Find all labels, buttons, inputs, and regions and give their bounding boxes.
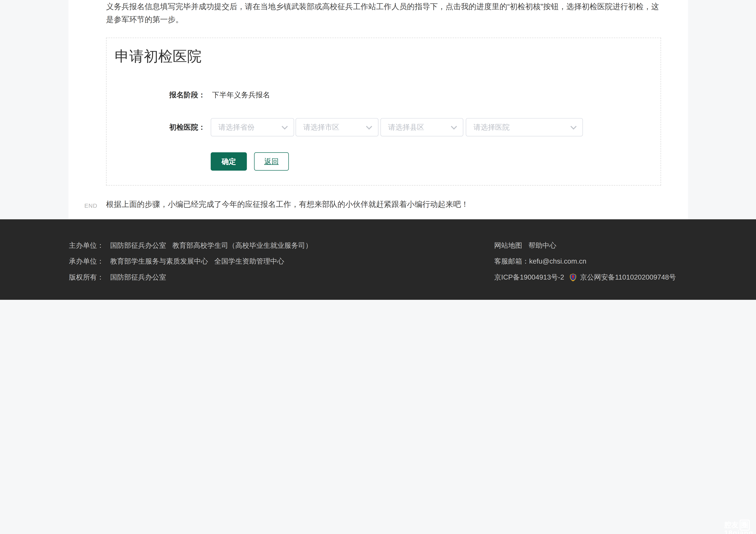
- stage-value: 下半年义务兵报名: [212, 89, 270, 101]
- watermark: 腔友圈 18qiang.com: [724, 520, 756, 534]
- county-select-placeholder: 请选择县区: [388, 119, 424, 136]
- icp-link[interactable]: 京ICP备19004913号-2: [494, 273, 564, 281]
- chevron-down-icon: [571, 123, 577, 130]
- page-viewport: 义务兵报名信息填写完毕并成功提交后，请在当地乡镇武装部或高校征兵工作站工作人员的…: [0, 0, 756, 534]
- chevron-down-icon: [282, 123, 288, 130]
- province-select[interactable]: 请选择省份: [211, 118, 294, 136]
- closing-paragraph: 根据上面的步骤，小编已经完成了今年的应征报名工作，有想来部队的小伙伴就赶紧跟着小…: [106, 198, 663, 211]
- footer-left-column: 主办单位：国防部征兵办公室教育部高校学生司（高校毕业生就业服务司） 承办单位：教…: [69, 238, 312, 285]
- host-org-2: 教育部高校学生司（高校毕业生就业服务司）: [173, 242, 312, 249]
- card-title: 申请初检医院: [115, 47, 202, 67]
- footer-host-line: 主办单位：国防部征兵办公室教育部高校学生司（高校毕业生就业服务司）: [69, 238, 312, 254]
- copyright-org: 国防部征兵办公室: [110, 273, 166, 281]
- email-link[interactable]: kefu@chsi.com.cn: [529, 257, 586, 265]
- article-content-area: 义务兵报名信息填写完毕并成功提交后，请在当地乡镇武装部或高校征兵工作站工作人员的…: [68, 0, 688, 219]
- sitemap-link[interactable]: 网站地图: [494, 242, 522, 249]
- site-footer: 主办单位：国防部征兵办公室教育部高校学生司（高校毕业生就业服务司） 承办单位：教…: [0, 219, 756, 300]
- footer-icp-line: 京ICP备19004913号-2京公网安备11010202009748号: [494, 270, 676, 285]
- help-center-link[interactable]: 帮助中心: [528, 242, 556, 249]
- email-label: 客服邮箱：: [494, 257, 529, 265]
- stage-label: 报名阶段：: [169, 89, 205, 101]
- hospital-label: 初检医院：: [169, 118, 205, 136]
- end-marker: END: [84, 202, 97, 209]
- watermark-text-1: 腔友: [724, 521, 739, 529]
- hospital-select[interactable]: 请选择医院: [466, 118, 583, 136]
- province-select-placeholder: 请选择省份: [218, 119, 255, 136]
- organizer-org-1: 教育部学生服务与素质发展中心: [110, 257, 208, 265]
- footer-links-line: 网站地图帮助中心: [494, 238, 676, 254]
- hospital-application-card: 申请初检医院 报名阶段： 下半年义务兵报名 初检医院： 请选择省份 请选择市区 …: [106, 38, 661, 185]
- back-button[interactable]: 返回: [254, 152, 289, 171]
- city-select-placeholder: 请选择市区: [303, 119, 339, 136]
- organizer-org-2: 全国学生资助管理中心: [214, 257, 284, 265]
- host-label: 主办单位：: [69, 242, 104, 249]
- chevron-down-icon: [451, 123, 457, 130]
- watermark-line1: 腔友圈: [724, 520, 756, 528]
- footer-copyright-line: 版权所有：国防部征兵办公室: [69, 270, 312, 285]
- county-select[interactable]: 请选择县区: [380, 118, 463, 136]
- footer-email-line: 客服邮箱：kefu@chsi.com.cn: [494, 254, 676, 270]
- hospital-select-placeholder: 请选择医院: [473, 119, 510, 136]
- police-badge-icon: [569, 273, 577, 281]
- copyright-label: 版权所有：: [69, 273, 104, 281]
- intro-paragraph: 义务兵报名信息填写完毕并成功提交后，请在当地乡镇武装部或高校征兵工作站工作人员的…: [106, 0, 663, 26]
- city-select[interactable]: 请选择市区: [295, 118, 378, 136]
- footer-organizer-line: 承办单位：教育部学生服务与素质发展中心全国学生资助管理中心: [69, 254, 312, 270]
- watermark-line2: 18qiang.com: [724, 529, 756, 534]
- chevron-down-icon: [366, 123, 372, 130]
- organizer-label: 承办单位：: [69, 257, 104, 265]
- host-org-1: 国防部征兵办公室: [110, 242, 166, 249]
- police-record-link[interactable]: 京公网安备11010202009748号: [580, 273, 676, 281]
- confirm-button[interactable]: 确定: [211, 152, 247, 171]
- footer-right-column: 网站地图帮助中心 客服邮箱：kefu@chsi.com.cn 京ICP备1900…: [494, 238, 676, 285]
